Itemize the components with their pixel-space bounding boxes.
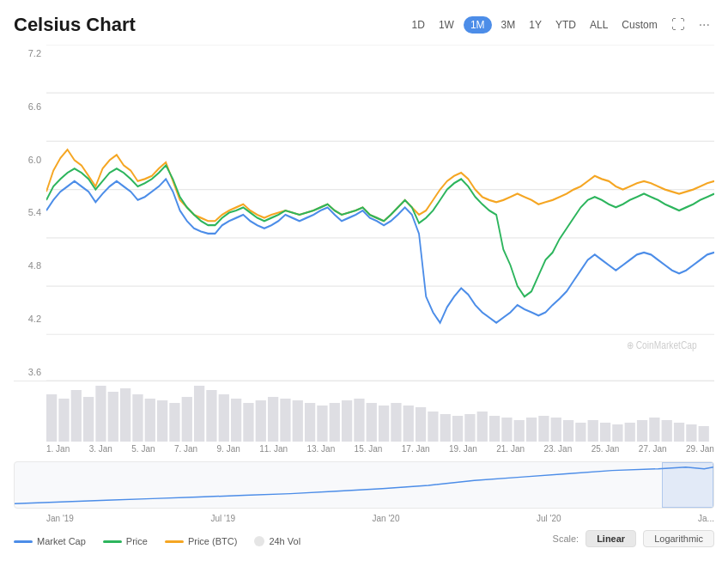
chart-svg-area: ⊕ CoinMarketCap <box>46 45 714 381</box>
x-label-12: 25. Jan <box>592 444 620 454</box>
x-label-4: 9. Jan <box>217 444 240 454</box>
svg-rect-34 <box>354 399 364 442</box>
svg-rect-17 <box>145 399 155 442</box>
svg-rect-38 <box>403 406 414 442</box>
svg-rect-14 <box>108 392 118 442</box>
svg-rect-60 <box>674 423 684 442</box>
x-label-8: 17. Jan <box>402 444 430 454</box>
volume-chart <box>14 381 714 442</box>
x-label-7: 15. Jan <box>355 444 383 454</box>
legend-label-market-cap: Market Cap <box>37 536 86 546</box>
page-title: Celsius Chart <box>14 14 136 36</box>
legend-label-price-btc: Price (BTC) <box>188 536 237 546</box>
x-label-13: 27. Jan <box>639 444 667 454</box>
x-axis: 1. Jan 3. Jan 5. Jan 7. Jan 9. Jan 11. J… <box>14 442 714 456</box>
svg-rect-44 <box>477 412 488 442</box>
svg-rect-43 <box>464 414 475 442</box>
x-label-0: 1. Jan <box>46 444 70 454</box>
svg-rect-29 <box>293 400 303 442</box>
mini-x-label-0: Jan '19 <box>46 514 74 523</box>
svg-rect-28 <box>280 399 290 442</box>
fullscreen-icon[interactable]: ⛶ <box>667 15 689 34</box>
svg-rect-51 <box>563 420 573 442</box>
svg-rect-21 <box>194 386 204 442</box>
legend-label-vol: 24h Vol <box>269 536 300 546</box>
svg-rect-49 <box>538 416 549 442</box>
time-btn-1w[interactable]: 1W <box>434 16 458 34</box>
svg-rect-22 <box>206 390 216 442</box>
volume-svg <box>46 381 714 442</box>
svg-rect-53 <box>588 420 598 442</box>
svg-rect-20 <box>182 397 192 442</box>
svg-rect-41 <box>440 414 451 442</box>
svg-rect-16 <box>132 394 143 442</box>
x-label-6: 13. Jan <box>306 444 335 454</box>
y-label-5: 4.2 <box>14 314 46 324</box>
svg-rect-56 <box>625 423 635 442</box>
svg-rect-57 <box>637 420 647 442</box>
scale-section: Scale: Linear Logarithmic <box>553 530 714 547</box>
time-btn-1y[interactable]: 1Y <box>525 16 546 34</box>
legend-24h-vol: 24h Vol <box>254 536 300 546</box>
y-axis: 7.2 6.6 6.0 5.4 4.8 4.2 3.6 <box>14 45 46 381</box>
mini-chart <box>14 461 714 509</box>
legend-line-price-btc <box>165 540 184 543</box>
time-btn-1m[interactable]: 1M <box>464 16 492 34</box>
mini-x-label-4: Ja... <box>698 514 714 523</box>
y-label-6: 3.6 <box>14 367 46 377</box>
svg-rect-58 <box>649 418 659 442</box>
x-label-1: 3. Jan <box>89 444 112 454</box>
scale-logarithmic-button[interactable]: Logarithmic <box>643 530 714 547</box>
more-options-icon[interactable]: ··· <box>695 15 714 34</box>
svg-rect-39 <box>416 407 426 442</box>
svg-rect-59 <box>662 420 672 442</box>
svg-rect-23 <box>219 394 229 442</box>
svg-rect-52 <box>575 423 585 442</box>
time-btn-1d[interactable]: 1D <box>408 16 429 34</box>
main-chart: 7.2 6.6 6.0 5.4 4.8 4.2 3.6 <box>14 45 714 381</box>
svg-rect-54 <box>600 423 610 442</box>
legend-label-price: Price <box>126 536 148 546</box>
time-btn-ytd[interactable]: YTD <box>551 16 580 34</box>
x-label-3: 7. Jan <box>174 444 197 454</box>
time-btn-custom[interactable]: Custom <box>617 16 661 34</box>
svg-rect-13 <box>95 386 106 442</box>
time-btn-all[interactable]: ALL <box>585 16 612 34</box>
time-btn-3m[interactable]: 3M <box>497 16 520 34</box>
main-svg: ⊕ CoinMarketCap <box>46 45 714 381</box>
y-label-2: 6.0 <box>14 155 46 165</box>
legend-price: Price <box>103 536 148 546</box>
x-label-10: 21. Jan <box>496 444 525 454</box>
legend-market-cap: Market Cap <box>14 536 86 546</box>
svg-rect-33 <box>342 400 352 442</box>
svg-rect-31 <box>317 406 327 442</box>
svg-rect-18 <box>157 400 167 442</box>
time-controls: 1D 1W 1M 3M 1Y YTD ALL Custom ⛶ ··· <box>408 15 714 34</box>
svg-rect-25 <box>243 403 253 442</box>
legend-price-btc: Price (BTC) <box>165 536 237 546</box>
svg-rect-11 <box>71 390 82 442</box>
svg-rect-36 <box>379 406 389 442</box>
svg-rect-50 <box>551 418 561 442</box>
svg-rect-10 <box>58 399 69 442</box>
svg-rect-9 <box>46 394 57 442</box>
mini-x-label-3: Jul '20 <box>537 514 561 523</box>
svg-rect-26 <box>256 400 266 442</box>
svg-rect-32 <box>330 403 340 442</box>
svg-rect-45 <box>489 416 500 442</box>
svg-rect-46 <box>501 418 512 442</box>
svg-rect-30 <box>305 403 315 442</box>
svg-rect-48 <box>526 418 537 442</box>
mini-x-label-1: Jul '19 <box>210 514 235 523</box>
y-label-4: 4.8 <box>14 260 46 271</box>
legend-line-market-cap <box>14 540 33 543</box>
scale-linear-button[interactable]: Linear <box>585 530 636 547</box>
svg-rect-42 <box>452 416 463 442</box>
svg-rect-12 <box>83 397 94 442</box>
svg-rect-15 <box>120 388 130 442</box>
x-label-5: 11. Jan <box>259 444 288 454</box>
svg-text:⊕ CoinMarketCap: ⊕ CoinMarketCap <box>627 340 697 351</box>
y-label-1: 6.6 <box>14 101 46 112</box>
svg-rect-35 <box>367 403 377 442</box>
svg-rect-27 <box>268 397 278 442</box>
